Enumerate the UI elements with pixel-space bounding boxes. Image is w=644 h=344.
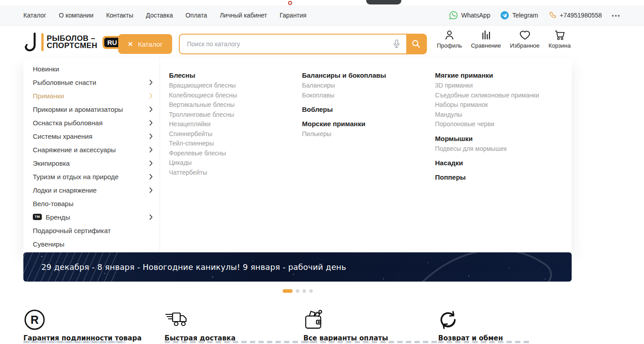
sidebar-item-10[interactable]: Вело-товары (23, 197, 160, 210)
mega-section-header[interactable]: Воблеры (302, 105, 435, 115)
header: РЫБОЛОВ – СПОРТСМЕН RU ✕ Каталог Профиль (0, 26, 644, 58)
mega-section: Воблеры (302, 105, 435, 115)
truck-icon (164, 311, 189, 329)
mega-column-1: Балансиры и бокоплавыБалансирыБокоплавыВ… (302, 71, 435, 251)
mega-section: Морские приманкиПилькеры (302, 119, 435, 139)
promo-banner[interactable]: 29 декабря - 8 января - Новогодние каник… (23, 252, 572, 282)
ru-badge-label: RU (104, 38, 120, 47)
sidebar-item-1[interactable]: Рыболовные снасти (23, 75, 160, 89)
phone-number: +74951980558 (560, 12, 602, 19)
telegram-contact[interactable]: Telegram (500, 11, 538, 20)
mega-link[interactable]: Троллинговые блесны (169, 110, 302, 120)
whatsapp-label: WhatsApp (461, 12, 490, 19)
carousel-dots (23, 289, 572, 293)
mega-link[interactable]: Чаттербейты (169, 168, 302, 178)
phone-contact[interactable]: +74951980558 (548, 11, 602, 20)
search-icon (411, 39, 421, 49)
mega-link[interactable]: Поролоновые черви (435, 119, 568, 129)
sidebar-item-0[interactable]: Новинки (23, 62, 160, 75)
catalog-button[interactable]: ✕ Каталог (118, 34, 172, 54)
top-utility-bar: КаталогО компанииКонтактыДоставкаОплатаЛ… (0, 5, 644, 26)
search-button[interactable] (406, 35, 426, 53)
logo-divider (41, 33, 44, 51)
mega-link[interactable]: Мандулы (435, 110, 568, 120)
chevron-right-icon (149, 214, 153, 220)
favorites-button[interactable]: Избранное (510, 29, 540, 49)
mega-link[interactable]: 3D приманки (435, 81, 568, 91)
mega-link[interactable]: Вертикальные блесны (169, 100, 302, 110)
chevron-right-icon (149, 106, 153, 112)
topbar-link-5[interactable]: Личный кабинет (220, 12, 267, 19)
sidebar-item-label: Бренды (46, 213, 149, 221)
user-icon (444, 29, 455, 41)
sidebar-item-label: Вело-товары (33, 200, 153, 207)
sidebar-item-9[interactable]: Лодки и снаряжение (23, 183, 160, 197)
sidebar-item-7[interactable]: Экипировка (23, 156, 160, 170)
topbar-link-2[interactable]: Контакты (106, 12, 133, 19)
logo[interactable]: РЫБОЛОВ – СПОРТСМЕН RU (25, 32, 122, 53)
mega-section-header[interactable]: Попперы (435, 172, 568, 182)
mega-section-header[interactable]: Мягкие приманки (435, 71, 568, 80)
mega-link[interactable]: Форелевые блесны (169, 149, 302, 159)
sidebar-item-12[interactable]: Подарочный сертификат (23, 224, 160, 237)
mega-link[interactable]: Бокоплавы (302, 91, 435, 101)
mega-link[interactable]: Цикады (169, 158, 302, 168)
sidebar-item-8[interactable]: Туризм и отдых на природе (23, 170, 160, 183)
sidebar-menu: НовинкиРыболовные снастиПриманкиПрикормк… (23, 58, 160, 251)
carousel-dot-0[interactable] (283, 289, 293, 293)
chevron-right-icon (149, 174, 153, 180)
mega-link[interactable]: Колеблющиеся блесны (169, 91, 302, 101)
trademark-icon: TM (33, 214, 42, 220)
browser-chip (366, 0, 401, 4)
mega-link[interactable]: Балансиры (302, 81, 435, 91)
sidebar-item-11[interactable]: TMБренды (23, 210, 160, 224)
mega-link[interactable]: Тейл-спиннеры (169, 139, 302, 149)
compare-button[interactable]: Сравнение (471, 29, 501, 49)
mega-section: Насадки (435, 158, 568, 168)
mic-icon[interactable] (392, 39, 401, 50)
sidebar-item-3[interactable]: Прикормки и ароматизаторы (23, 102, 160, 116)
whatsapp-icon (449, 11, 458, 20)
mega-link[interactable]: Вращающиеся блесны (169, 81, 302, 91)
sidebar-item-5[interactable]: Системы хранения (23, 129, 160, 143)
page: КаталогО компанииКонтактыДоставкаОплатаЛ… (0, 0, 644, 344)
sidebar-item-label: Подарочный сертификат (33, 227, 153, 234)
sidebar-item-4[interactable]: Оснастка рыболовная (23, 116, 160, 129)
mega-section-header[interactable]: Насадки (435, 158, 568, 168)
mega-section: БлесныВращающиеся блесныКолеблющиеся бле… (169, 71, 302, 177)
sidebar-item-2[interactable]: Приманки (23, 89, 160, 102)
registered-mark-icon: R (23, 309, 46, 331)
mega-section-header[interactable]: Морские приманки (302, 119, 435, 129)
mega-link[interactable]: Спиннербейты (169, 129, 302, 139)
carousel-dot-2[interactable] (302, 289, 306, 293)
mega-link[interactable]: Пилькеры (302, 129, 435, 139)
profile-button[interactable]: Профиль (437, 29, 462, 49)
sidebar-item-label: Снаряжение и аксессуары (33, 146, 149, 154)
banner-text: 29 декабря - 8 января - Новогодние каник… (23, 263, 346, 272)
topbar-link-4[interactable]: Оплата (186, 12, 207, 19)
mega-column-2: Мягкие приманки3D приманкиСъедобные сили… (435, 71, 568, 251)
mega-link[interactable]: Наборы приманок (435, 100, 568, 110)
mega-link[interactable]: Незацепляйки (169, 119, 302, 129)
cart-button[interactable]: Корзина (548, 29, 571, 49)
topbar-link-0[interactable]: Каталог (23, 12, 46, 19)
topbar-link-6[interactable]: Гарантия (280, 12, 306, 19)
mega-column-0: БлесныВращающиеся блесныКолеблющиеся бле… (169, 71, 302, 251)
carousel-dot-3[interactable] (309, 289, 313, 293)
mega-link[interactable]: Подвесы для мормышек (435, 144, 568, 154)
mega-section-header[interactable]: Балансиры и бокоплавы (302, 71, 435, 80)
topbar-link-1[interactable]: О компании (59, 12, 93, 19)
sidebar-item-13[interactable]: Сувениры (23, 237, 160, 251)
search-input[interactable] (180, 35, 406, 53)
more-menu-icon[interactable]: ••• (612, 12, 621, 19)
sidebar-item-6[interactable]: Снаряжение и аксессуары (23, 143, 160, 156)
mega-link[interactable]: Съедобные силиконовые приманки (435, 91, 568, 101)
carousel-dot-1[interactable] (296, 289, 299, 293)
mega-section-header[interactable]: Блесны (169, 71, 302, 80)
whatsapp-contact[interactable]: WhatsApp (449, 11, 490, 20)
chevron-right-icon (149, 160, 153, 166)
compare-label: Сравнение (471, 42, 501, 49)
topbar-link-3[interactable]: Доставка (146, 12, 173, 19)
mega-section-header[interactable]: Мормышки (435, 134, 568, 144)
sidebar-item-label: Прикормки и ароматизаторы (33, 106, 149, 113)
